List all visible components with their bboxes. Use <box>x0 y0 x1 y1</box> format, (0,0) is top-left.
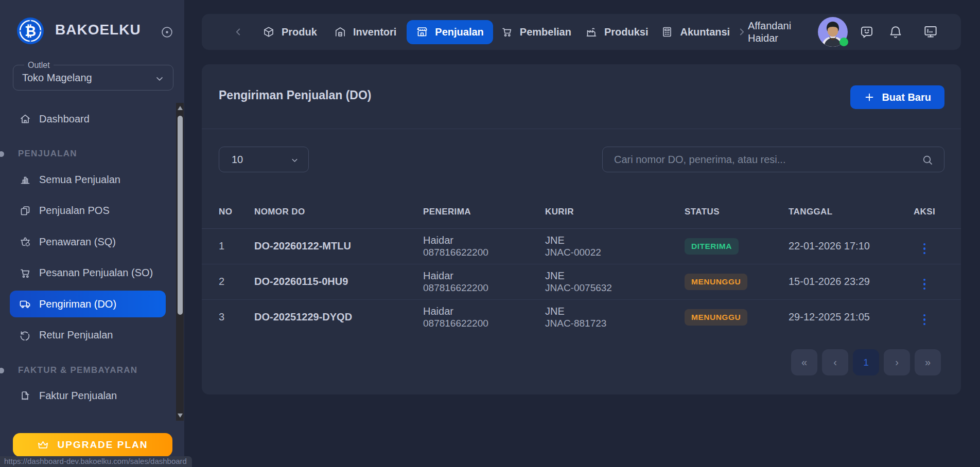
pos-icon <box>19 205 31 217</box>
file-icon <box>19 390 31 402</box>
sidebar-item-label: Retur Penjualan <box>39 329 113 341</box>
chevron-down-icon <box>290 156 299 165</box>
pagination-next-button[interactable]: › <box>884 349 910 375</box>
sidebar: ₿ BAKOELKU Outlet Toko Magelang Dashboar… <box>0 0 184 467</box>
tab-label: Pembelian <box>520 26 571 38</box>
pagination-last-button[interactable]: » <box>915 349 941 375</box>
table-row: 1 DO-20260122-MTLU Haidar087816622200 JN… <box>202 228 961 264</box>
package-icon <box>262 26 275 38</box>
pagination: « ‹ 1 › » <box>791 349 941 375</box>
section-label: PENJUALAN <box>18 149 77 159</box>
sidebar-menu: Dashboard PENJUALAN Semua Penjualan Penj… <box>10 105 166 414</box>
table-header-row: NO NOMOR DO PENERIMA KURIR STATUS TANGGA… <box>202 195 961 228</box>
upgrade-plan-button[interactable]: UPGRADE PLAN <box>13 433 172 457</box>
status-cell: DITERIMA <box>685 228 789 264</box>
plus-icon <box>864 92 875 103</box>
table-row: 3 DO-20251229-DYQD Haidar087816622200 JN… <box>202 299 961 335</box>
tab-akuntansi[interactable]: Akuntansi <box>661 26 730 38</box>
status-badge: MENUNGGU <box>685 309 747 326</box>
sidebar-header: ₿ BAKOELKU <box>0 13 184 49</box>
warehouse-icon <box>334 26 346 38</box>
sidebar-item-retur-penjualan[interactable]: Retur Penjualan <box>10 322 166 349</box>
nav-scroll-left-icon[interactable] <box>233 26 244 38</box>
sidebar-item-semua-penjualan[interactable]: Semua Penjualan <box>10 166 166 193</box>
scroll-down-arrow[interactable] <box>178 414 183 418</box>
pagination-first-button[interactable]: « <box>791 349 817 375</box>
basket-clock-icon <box>19 236 31 248</box>
sidebar-collapse-icon[interactable] <box>161 26 173 39</box>
tab-produksi[interactable]: Produksi <box>585 26 649 38</box>
penerima-cell: Haidar087816622200 <box>423 264 545 299</box>
online-status-dot <box>839 38 848 46</box>
status-cell: MENUNGGU <box>685 264 789 299</box>
status-cell: MENUNGGU <box>685 299 789 335</box>
page-title: Pengiriman Penjualan (DO) <box>219 88 372 102</box>
nav-scroll-right-icon[interactable] <box>736 26 747 38</box>
top-navbar: Produk Inventori Penjualan Pembelian Pro… <box>202 14 961 50</box>
sidebar-scrollbar[interactable] <box>176 103 184 421</box>
outlet-select[interactable]: Outlet Toko Magelang <box>13 65 173 91</box>
search-input[interactable] <box>603 147 944 172</box>
sidebar-item-pengiriman-do[interactable]: Pengiriman (DO) <box>10 291 166 317</box>
create-new-button[interactable]: Buat Baru <box>850 85 944 109</box>
tab-penjualan[interactable]: Penjualan <box>407 20 493 44</box>
do-number: DO-20260122-MTLU <box>254 228 423 264</box>
chat-icon[interactable] <box>859 24 874 40</box>
brand-logo: ₿ <box>16 17 44 45</box>
tab-pembelian[interactable]: Pembelian <box>501 26 571 38</box>
section-bullet-icon <box>0 151 4 157</box>
pagination-page-1-button[interactable]: 1 <box>853 349 879 375</box>
scrollbar-thumb[interactable] <box>178 116 183 315</box>
tab-label: Produk <box>282 26 317 38</box>
svg-text:₿: ₿ <box>25 23 36 39</box>
cart-icon <box>19 267 31 279</box>
sidebar-item-faktur-penjualan[interactable]: Faktur Penjualan <box>10 383 166 409</box>
outlet-label: Outlet <box>24 61 54 70</box>
col-header-status: STATUS <box>685 195 789 228</box>
row-actions-menu-icon[interactable] <box>923 279 926 290</box>
sidebar-item-label: Semua Penjualan <box>39 174 120 186</box>
tab-inventori[interactable]: Inventori <box>334 26 396 38</box>
calculator-icon <box>661 26 673 38</box>
sidebar-item-label: Pengiriman (DO) <box>39 298 116 310</box>
row-actions-menu-icon[interactable] <box>923 243 926 255</box>
col-header-aksi: AKSI <box>911 195 961 228</box>
page-size-select[interactable]: 10 <box>219 147 309 172</box>
avatar[interactable] <box>818 17 848 47</box>
scroll-up-arrow[interactable] <box>178 106 183 110</box>
user-name[interactable]: Affandani Haidar <box>748 20 797 44</box>
bell-icon[interactable] <box>888 24 903 40</box>
sidebar-item-label: Pesanan Penjualan (SO) <box>39 267 153 279</box>
sidebar-item-dashboard[interactable]: Dashboard <box>10 105 166 132</box>
penerima-cell: Haidar087816622200 <box>423 228 545 264</box>
section-label: FAKTUR & PEMBAYARAN <box>18 365 137 375</box>
sidebar-item-penawaran-sq[interactable]: Penawaran (SQ) <box>10 228 166 255</box>
sidebar-item-label: Dashboard <box>39 113 90 125</box>
outlet-value: Toko Magelang <box>22 72 92 84</box>
page-size-value: 10 <box>232 154 243 166</box>
pagination-prev-button[interactable]: ‹ <box>822 349 848 375</box>
tab-label: Inventori <box>353 26 396 38</box>
col-header-tanggal: TANGGAL <box>789 195 911 228</box>
monitor-icon[interactable] <box>923 24 938 40</box>
tanggal-cell: 15-01-2026 23:29 <box>789 264 911 299</box>
tanggal-cell: 29-12-2025 21:05 <box>789 299 911 335</box>
sidebar-item-label: Penawaran (SQ) <box>39 236 116 248</box>
do-number: DO-20260115-0HU9 <box>254 264 423 299</box>
status-badge: DITERIMA <box>685 238 739 255</box>
store-icon <box>416 26 428 38</box>
aksi-cell <box>911 228 961 264</box>
sidebar-item-penjualan-pos[interactable]: Penjualan POS <box>10 197 166 224</box>
table-row: 2 DO-20260115-0HU9 Haidar087816622200 JN… <box>202 264 961 299</box>
tab-produk[interactable]: Produk <box>262 26 317 38</box>
row-actions-menu-icon[interactable] <box>923 314 926 326</box>
sidebar-item-pesanan-so[interactable]: Pesanan Penjualan (SO) <box>10 260 166 286</box>
crown-icon <box>37 439 49 451</box>
sidebar-section-faktur: FAKTUR & PEMBAYARAN <box>10 365 166 375</box>
do-number: DO-20251229-DYQD <box>254 299 423 335</box>
col-header-nomor-do: NOMOR DO <box>254 195 423 228</box>
factory-icon <box>585 26 598 38</box>
truck-icon <box>19 298 31 310</box>
status-badge: MENUNGGU <box>685 274 747 290</box>
tab-label: Penjualan <box>435 26 483 38</box>
